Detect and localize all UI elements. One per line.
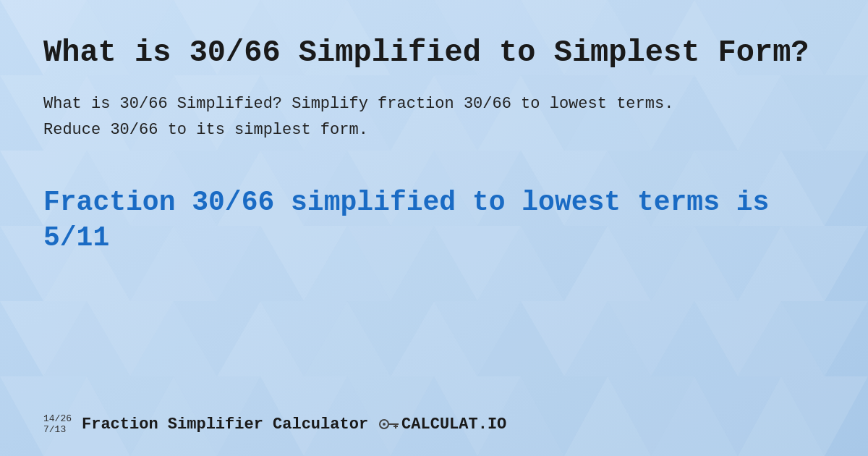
footer-fractions: 14/26 7/13 [43,413,72,436]
page-title: What is 30/66 Simplified to Simplest For… [43,35,825,71]
description-text: What is 30/66 Simplified? Simplify fract… [43,91,694,142]
result-section: Fraction 30/66 simplified to lowest term… [43,185,825,256]
logo-text: CALCULAT.IO [401,415,506,434]
footer-fraction1: 14/26 [43,413,72,425]
logo-icon [378,414,401,434]
footer: 14/26 7/13 Fraction Simplifier Calculato… [43,413,506,436]
result-title: Fraction 30/66 simplified to lowest term… [43,185,825,256]
footer-logo: CALCULAT.IO [378,414,506,434]
footer-brand: Fraction Simplifier Calculator [82,415,368,434]
brand-name-label: Fraction Simplifier Calculator [82,415,368,434]
svg-point-118 [383,423,386,426]
footer-fraction2: 7/13 [43,424,72,436]
